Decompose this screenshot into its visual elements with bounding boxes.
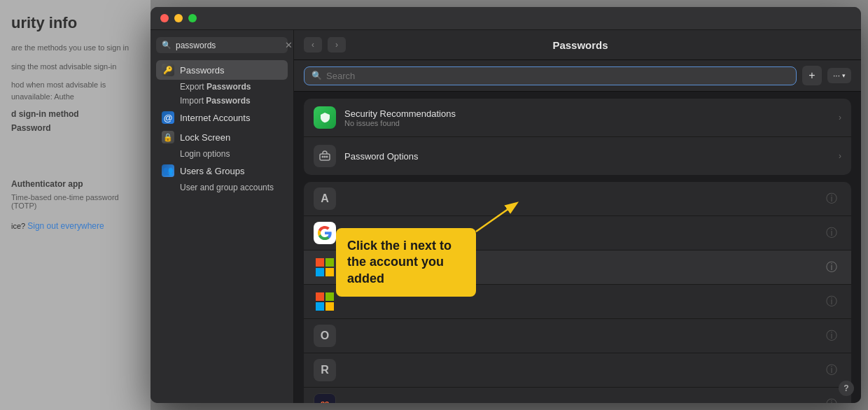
bg-signout-label: ice? Sign out everywhere [11,221,139,231]
sidebar-item-user-group-accounts[interactable]: User and group accounts [156,181,288,195]
ms-blue-quad-2 [316,302,324,311]
main-title: Passwords [351,39,809,51]
entry-info-button-88[interactable]: ⓘ [822,396,841,404]
login-options-label: Login options [180,149,230,159]
passwords-icon: 🔑 [162,64,174,76]
section-card-security: Security Recommendations No issues found… [304,99,851,175]
sidebar-users-groups-label: Users & Groups [180,166,244,176]
more-options-chevron-icon: ▾ [842,72,846,79]
add-password-button[interactable]: + [802,66,822,85]
ms-yellow-quad-2 [326,302,334,311]
bg-text1: are the methods you use to sign in [11,42,139,54]
sidebar-item-passwords[interactable]: 🔑 Passwords [156,60,288,80]
ms-yellow-quad [326,268,334,276]
entry-icon-a: A [314,188,336,210]
sidebar-item-lock-screen[interactable]: 🔒 Lock Screen [156,127,288,147]
bg-title: urity info [11,14,139,32]
sidebar-lock-screen-label: Lock Screen [180,132,230,143]
search-input[interactable] [326,71,789,81]
entry-info-button-a[interactable]: ⓘ [822,190,841,208]
table-row[interactable]: O ⓘ [304,319,851,353]
sidebar-item-export[interactable]: Export Passwords [156,80,288,94]
sidebar-search-box[interactable]: 🔍 ✕ [156,37,288,53]
close-button[interactable] [160,14,169,22]
bg-label2: Password [11,123,139,133]
mac-window: 🔍 ✕ 🔑 Passwords Export Passwords Import … [150,7,861,403]
security-recommendations-row[interactable]: Security Recommendations No issues found… [304,99,851,137]
window-body: 🔍 ✕ 🔑 Passwords Export Passwords Import … [150,30,861,403]
password-options-row[interactable]: Password Options › [304,137,851,175]
bg-text3: hod when most advisable is unavailable: … [11,79,139,102]
entry-info-button-google[interactable]: ⓘ [822,225,841,242]
more-options-label: ··· [833,71,840,80]
security-title: Security Recommendations [344,108,830,119]
security-text: Security Recommendations No issues found [344,108,830,127]
content-list: Security Recommendations No issues found… [294,92,861,403]
import-bold: Passwords [206,96,250,106]
table-row[interactable]: R ⓘ [304,353,851,388]
export-bold: Passwords [206,82,251,92]
entry-icon-88: 88 [314,393,336,403]
search-input-container[interactable]: 🔍 [304,66,797,85]
minimize-button[interactable] [174,14,183,22]
tooltip-arrow [472,200,522,235]
sidebar-item-users-groups[interactable]: 👥 Users & Groups [156,161,288,181]
ms-green-quad [326,258,334,267]
password-options-title: Password Options [344,151,830,162]
user-group-accounts-label: User and group accounts [180,183,274,192]
sidebar-internet-accounts-label: Internet Accounts [180,113,250,123]
entry-icon-o: O [314,325,336,347]
security-icon [314,106,336,129]
bg-label1: d sign-in method [11,109,139,119]
sidebar-search-input[interactable] [176,41,281,50]
entry-icon-r: R [314,359,336,381]
search-magnifier-icon: 🔍 [312,71,322,80]
maximize-button[interactable] [188,14,197,22]
main-toolbar: ‹ › Passwords [294,30,861,60]
more-options-button[interactable]: ··· ▾ [827,68,851,83]
help-button[interactable]: ? [839,381,854,396]
tooltip-callout: Click the i next to the account you adde… [336,228,476,297]
bg-label3: Authenticator app [11,179,139,189]
entry-icon-google [314,222,336,244]
bg-signout-link[interactable]: Sign out everywhere [27,221,104,231]
sidebar: 🔍 ✕ 🔑 Passwords Export Passwords Import … [150,30,294,403]
svg-line-5 [476,204,516,232]
password-options-text: Password Options [344,151,830,162]
ms-blue-quad [316,268,324,276]
password-options-icon [314,145,336,167]
ms-green-quad-2 [326,292,334,301]
entry-icon-microsoft-2 [314,290,336,313]
bg-label4: Time-based one-time password (TOTP) [11,193,139,210]
tooltip-text: Click the i next to the account you adde… [347,239,451,285]
back-button[interactable]: ‹ [304,37,322,52]
ms-red-quad-2 [316,292,324,301]
sidebar-item-internet-accounts[interactable]: @ Internet Accounts [156,108,288,127]
ms-red-quad [316,258,324,267]
search-bar: 🔍 + ··· ▾ [294,60,861,92]
password-options-chevron-icon: › [839,151,841,161]
sidebar-item-import[interactable]: Import Passwords [156,94,288,108]
security-subtitle: No issues found [344,119,830,127]
users-groups-icon: 👥 [162,164,174,177]
security-chevron-icon: › [839,113,841,122]
sidebar-passwords-label: Passwords [180,65,225,76]
svg-point-1 [322,156,324,158]
lock-screen-icon: 🔒 [162,131,174,143]
bg-text2: sing the most advisable sign-in [11,61,139,73]
entry-info-button-r[interactable]: ⓘ [822,362,841,379]
table-row[interactable]: A ⓘ [304,182,851,216]
table-row[interactable]: 88 ⓘ [304,388,851,403]
entry-info-button-microsoft-2[interactable]: ⓘ [822,293,841,311]
forward-button[interactable]: › [328,37,346,52]
entry-info-button-o[interactable]: ⓘ [822,327,841,345]
main-content: ‹ › Passwords 🔍 + ··· ▾ [294,30,861,403]
svg-point-3 [326,156,328,158]
sidebar-search-icon: 🔍 [162,41,172,50]
sidebar-search-clear-icon[interactable]: ✕ [285,40,293,50]
sidebar-item-login-options[interactable]: Login options [156,147,288,161]
internet-accounts-icon: @ [162,111,174,124]
entry-info-button-microsoft-highlighted[interactable]: ⓘ [822,259,841,276]
svg-point-2 [324,156,326,158]
entry-icon-microsoft-1 [314,256,336,278]
